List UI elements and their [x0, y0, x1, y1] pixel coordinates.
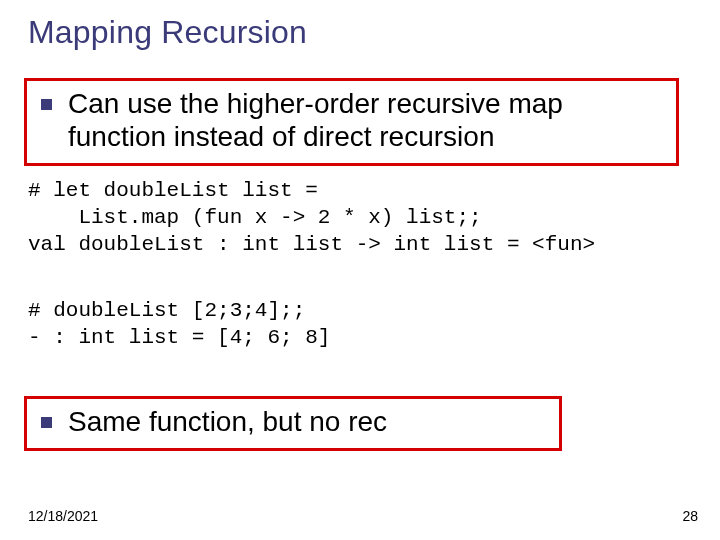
code-block-1: # let doubleList list = List.map (fun x … [28, 178, 595, 259]
highlight-box-1: Can use the higher-order recursive map f… [24, 78, 679, 166]
bullet-square-icon [41, 99, 52, 110]
highlight-box-2: Same function, but no rec [24, 396, 562, 451]
footer-date: 12/18/2021 [28, 508, 98, 524]
bullet-text-2: Same function, but no rec [68, 405, 387, 438]
code-block-2: # doubleList [2;3;4];; - : int list = [4… [28, 298, 330, 352]
bullet-item-2: Same function, but no rec [37, 405, 545, 438]
bullet-item-1: Can use the higher-order recursive map f… [37, 87, 662, 153]
slide-title: Mapping Recursion [28, 14, 307, 51]
footer-page-number: 28 [682, 508, 698, 524]
slide: Mapping Recursion Can use the higher-ord… [0, 0, 720, 540]
bullet-square-icon [41, 417, 52, 428]
bullet-text-1: Can use the higher-order recursive map f… [68, 87, 662, 153]
